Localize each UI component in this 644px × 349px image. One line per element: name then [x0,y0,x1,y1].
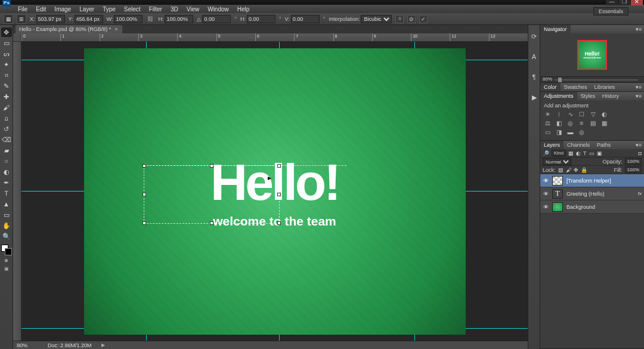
document-tab-close-icon[interactable]: × [114,26,117,32]
filter-adjust-icon[interactable]: ◐ [576,150,581,156]
stamp-tool-icon[interactable]: ⩍ [1,113,12,123]
lock-position-icon[interactable]: ✥ [574,167,578,173]
window-restore-button[interactable]: ❐ [618,0,630,5]
exposure-adjustment-icon[interactable]: ☐ [578,111,586,118]
tab-color[interactable]: Color [540,83,561,91]
layer-thumbnail[interactable] [552,202,563,212]
eyedropper-tool-icon[interactable]: ✎ [1,81,12,91]
screenmode-icon[interactable]: ▣ [2,265,11,272]
history-panel-icon[interactable]: ⟳ [530,32,538,41]
history-brush-tool-icon[interactable]: ↺ [1,124,12,134]
quickmask-icon[interactable]: ◙ [2,257,11,264]
ruler-horizontal[interactable]: 0123456789101112 [21,33,528,42]
menu-layer[interactable]: Layer [76,6,98,13]
menu-type[interactable]: Type [99,6,119,13]
link-wh-icon[interactable]: ⛓ [146,16,154,22]
posterize-adjustment-icon[interactable]: ▭ [544,129,552,135]
menu-help[interactable]: Help [234,6,253,13]
lookup-adjustment-icon[interactable]: ▤ [589,120,597,126]
vibrance-adjustment-icon[interactable]: ▽ [589,111,597,118]
hand-tool-icon[interactable]: ✋ [1,221,12,230]
menu-3d[interactable]: 3D [167,6,182,13]
menu-select[interactable]: Select [120,6,144,13]
transform-bounding-box[interactable] [144,165,280,224]
skew-h-input[interactable] [247,15,275,23]
actions-panel-icon[interactable]: ▶ [530,93,538,101]
warp-mode-icon[interactable]: ⌗ [395,15,404,23]
window-close-button[interactable]: ✕ [631,0,643,5]
channel-mixer-adjustment-icon[interactable]: ≡ [578,120,586,126]
levels-adjustment-icon[interactable]: ⫶ [555,111,563,118]
color-swatches-icon[interactable] [1,245,12,255]
reference-point-icon[interactable]: ⊞ [17,14,26,24]
crop-tool-icon[interactable]: ⌗ [1,70,12,80]
gradient-tool-icon[interactable]: ▰ [1,146,12,155]
layer-item[interactable]: 👁 Background [540,200,644,214]
dodge-tool-icon[interactable]: ◐ [1,167,12,177]
lock-transparent-icon[interactable]: ▨ [558,167,564,173]
filter-type-icon[interactable]: T [583,150,587,156]
blur-tool-icon[interactable]: ○ [1,156,12,166]
tab-libraries[interactable]: Libraries [591,83,619,91]
skew-v-input[interactable] [291,15,320,23]
brightness-adjustment-icon[interactable]: ☀ [544,111,552,118]
tab-adjustments[interactable]: Adjustments [540,92,577,100]
tab-navigator[interactable]: Navigator [540,25,571,33]
lasso-tool-icon[interactable]: ᔕ [1,49,12,58]
gradient-map-adjustment-icon[interactable]: ▬ [566,129,574,135]
layer-filter-kind[interactable]: Kind [552,150,566,156]
layer-fx-icon[interactable]: fx [638,191,642,196]
menu-view[interactable]: View [183,6,203,13]
layer-thumbnail[interactable]: T [552,189,563,199]
pen-tool-icon[interactable]: ✒ [1,178,12,187]
x-input[interactable] [36,15,65,23]
canvas[interactable]: Hello! welcome to the team [21,42,528,341]
type-tool-icon[interactable]: T [1,189,12,198]
y-input[interactable] [75,15,103,23]
menu-image[interactable]: Image [51,6,75,13]
panel-menu-icon[interactable]: ▾≡ [633,92,644,100]
brush-tool-icon[interactable]: 🖌 [1,103,12,112]
layer-item[interactable]: 👁 T Greeting (Hello) fx [540,187,644,200]
angle-input[interactable] [202,15,231,23]
blend-mode-select[interactable]: Normal [543,158,571,165]
navigator-zoom-slider[interactable]: 80% [540,76,644,82]
photo-filter-adjustment-icon[interactable]: ◎ [566,120,574,126]
shape-tool-icon[interactable]: ▭ [1,210,12,220]
ruler-vertical[interactable] [13,42,21,341]
eraser-tool-icon[interactable]: ⌫ [1,135,12,144]
panel-menu-icon[interactable]: ▾≡ [633,83,644,91]
menu-file[interactable]: File [14,6,31,13]
menu-window[interactable]: Window [204,6,233,13]
navigator-thumbnail[interactable]: Hello! welcome to the team [577,40,607,70]
tab-channels[interactable]: Channels [564,141,593,149]
layer-thumbnail[interactable] [552,176,563,186]
paragraph-panel-icon[interactable]: ¶ [530,73,538,81]
layer-filter-icon[interactable]: 🔎 [543,150,549,156]
status-doc-size[interactable]: Doc: 2.86M/1.20M [48,342,92,348]
magic-wand-tool-icon[interactable]: ✦ [1,60,12,69]
hue-adjustment-icon[interactable]: ◐ [600,111,608,118]
tab-swatches[interactable]: Swatches [561,83,591,91]
move-tool-icon[interactable]: ✥ [1,27,12,37]
layer-name[interactable]: [Transform Helper] [566,178,611,184]
layer-name[interactable]: Background [566,204,595,210]
character-panel-icon[interactable]: A [530,52,538,61]
bw-adjustment-icon[interactable]: ◧ [555,120,563,126]
h-input[interactable] [165,15,193,23]
lock-pixels-icon[interactable]: 🖌 [566,167,571,173]
transform-bounding-box[interactable] [144,165,346,174]
filter-toggle-icon[interactable]: ◘ [639,150,642,156]
status-menu-icon[interactable]: ▶ [101,342,105,348]
commit-transform-icon[interactable]: ✓ [419,15,428,23]
healing-tool-icon[interactable]: ✚ [1,92,12,101]
threshold-adjustment-icon[interactable]: ◨ [555,129,563,135]
panel-menu-icon[interactable]: ▾≡ [633,141,644,149]
window-minimize-button[interactable]: — [606,0,618,5]
color-balance-adjustment-icon[interactable]: ⚖ [544,120,552,126]
layer-item[interactable]: 👁 [Transform Helper] [540,174,644,187]
visibility-toggle-icon[interactable]: 👁 [543,178,549,184]
marquee-tool-icon[interactable]: ▭ [1,38,12,48]
zoom-tool-icon[interactable]: 🔍 [1,231,12,241]
visibility-toggle-icon[interactable]: 👁 [543,204,549,210]
